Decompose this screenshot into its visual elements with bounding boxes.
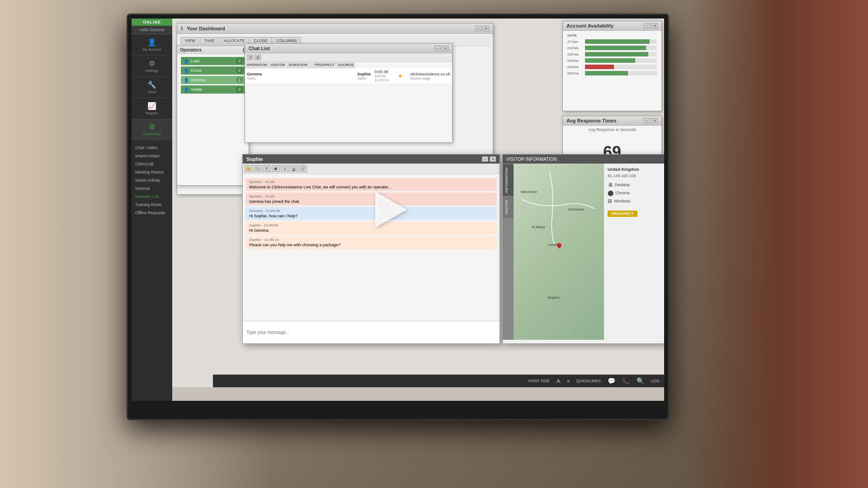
tech-label-chrome: Chrome (615, 191, 630, 195)
operator-icon-gemma: 👤 (184, 78, 189, 83)
sidebar-menu-training-room[interactable]: Training Room (132, 201, 172, 209)
sidebar-menu-general[interactable]: General (132, 184, 172, 192)
sidebar-label-tools: Tools (148, 90, 156, 94)
sidebar-menu-chat-video[interactable]: Chat / Video (132, 144, 172, 152)
font-size-large[interactable]: A (557, 378, 561, 385)
chat-input[interactable] (245, 323, 498, 342)
refresh-button[interactable]: ↺ (247, 55, 253, 60)
table-row[interactable]: Gemma Sales Sophie Sales 0:00:38 05/Feb … (245, 68, 452, 84)
sidebar-menu-operator-list[interactable]: Operator List (132, 192, 172, 201)
msg-label-visitor-1: sophie · 11:29:51 (249, 223, 493, 227)
col-prospect: PROSPECT (313, 62, 336, 68)
map-label-manchester: Manchester (521, 190, 538, 193)
operator-count-luke: 0 (236, 58, 242, 64)
bold-button[interactable]: B (272, 165, 280, 172)
operator-name-gemma: Gemma (191, 78, 236, 82)
view-button[interactable]: VIEW (181, 37, 199, 44)
operator-name-luke: Luke (191, 59, 236, 63)
format-button[interactable]: T (263, 165, 271, 172)
close-button[interactable]: ✕ (483, 26, 489, 31)
chat-activities: ★ (396, 68, 405, 84)
operator-row-yvette[interactable]: 👤 Yvette 0 (181, 85, 245, 94)
avg-close[interactable]: ✕ (651, 118, 658, 123)
search-icon[interactable]: 🔍 (637, 377, 644, 385)
chat-message-toolbar: 😊 📎 T B I U 🔗 (243, 164, 500, 174)
sidebar-item-reports[interactable]: 📈 Reports (132, 98, 172, 119)
visitor-tech-browser: ⬤ Chrome (608, 190, 664, 196)
avg-minimize[interactable]: ─ (644, 118, 650, 123)
operator-row-gemma[interactable]: 👤 Gemma 1 (181, 76, 245, 84)
visitor-tab[interactable]: VISITOR (503, 196, 514, 218)
map-label-brighton: Brighton (548, 296, 560, 299)
chat-list-minimize[interactable]: ─ (434, 46, 441, 51)
dashboard-titlebar: ℹ Your Dashboard ─ ✕ (177, 23, 493, 34)
operator-row-luke[interactable]: 👤 Luke 0 (181, 57, 245, 66)
dashboard-title: Your Dashboard (187, 26, 225, 31)
visitor-tech-os: ⊞ Windows (608, 198, 664, 204)
underline-button[interactable]: U (290, 165, 298, 172)
avail-minimize[interactable]: ─ (644, 23, 650, 28)
dashboard-info-icon: ℹ (181, 25, 183, 32)
minimize-button[interactable]: ─ (475, 26, 481, 31)
sidebar-item-tools[interactable]: 🔧 Tools (132, 77, 172, 98)
sidebar-item-dashboard[interactable]: 🖥 Dashboard (132, 119, 172, 140)
visitor-ip: 81.149.100.109 (608, 174, 664, 178)
italic-button[interactable]: I (281, 165, 289, 172)
sophie-window-title: Sophie (246, 156, 263, 162)
visitor-info-panel: VISITOR INFORMATION PRIMARY INFORMATION … (502, 154, 664, 344)
sidebar-label-reports: Reports (146, 111, 158, 115)
operators-panel-title: Operators (180, 47, 202, 52)
info-tab[interactable]: INFORMATION (503, 164, 514, 196)
tools-icon: 🔧 (147, 80, 156, 89)
link-button[interactable]: 🔗 (299, 165, 307, 172)
avail-close[interactable]: ✕ (651, 23, 658, 28)
sidebar-label-dashboard: Dashboard (143, 132, 160, 136)
avail-date-0: 27/Jan (567, 40, 583, 44)
msg-text-operator-1: Hi Sophie, how can I help? (249, 214, 493, 218)
avail-col-bar (583, 33, 657, 38)
sophie-minimize[interactable]: ─ (482, 156, 488, 162)
account-avail-title: Account Availability (566, 23, 613, 28)
operator-count-gemma: 1 (236, 77, 242, 83)
visitor-info-header: VISITOR INFORMATION PRIMARY (503, 155, 664, 164)
font-size-small[interactable]: a (567, 379, 569, 383)
sidebar-item-my-account[interactable]: 👤 My Account (132, 34, 172, 56)
prospect-badge: PROSPECT (608, 211, 637, 217)
avg-response-controls: ─ ✕ (644, 118, 658, 123)
avail-col-date: DATE (567, 33, 583, 38)
monitor: ONLINE Hello Gemma 👤 My Account ⚙ Settin… (127, 14, 669, 420)
tech-label-desktop: Desktop (615, 183, 630, 187)
col-operator: OPERATOR (245, 62, 269, 68)
sidebar-menu-smartcontact[interactable]: smartContact (132, 152, 172, 160)
status-badge: ONLINE (132, 19, 172, 26)
sidebar-item-settings[interactable]: ⚙ Settings (132, 56, 172, 77)
sidebar-menu-click2call[interactable]: Click2Call (132, 160, 172, 168)
sophie-close[interactable]: ✕ (490, 156, 496, 162)
take-button[interactable]: TAKE (200, 37, 219, 44)
msg-label-system-1: System - 11:25 (249, 180, 493, 184)
message-visitor-1: sophie · 11:29:51 Hi Gemma (245, 221, 497, 235)
message-operator-1: Gemma · 11:29:49 Hi Sophie, how can I he… (245, 207, 497, 220)
sidebar-menu-visitor-activity[interactable]: Visitor Activity (132, 176, 172, 184)
avail-bar-5 (585, 71, 628, 75)
chat-list-close[interactable]: ✕ (442, 46, 448, 51)
msg-text-system-2: Gemma has joined the chat. (249, 199, 493, 204)
avail-bar-0 (585, 39, 650, 44)
chat-icon[interactable]: 💬 (608, 377, 615, 385)
visitor-tech-desktop: 🖥 Desktop (608, 182, 664, 188)
avg-response-titlebar: Avg Response Times ─ ✕ (563, 116, 661, 126)
chat-input-area (243, 321, 500, 343)
emoji-button[interactable]: 😊 (245, 165, 253, 172)
avail-row-5: 05/Feb (565, 70, 660, 76)
attach-button[interactable]: 📎 (254, 165, 262, 172)
sidebar-menu-meeting-rooms[interactable]: Meeting Rooms (132, 168, 172, 176)
avail-row-2: 02/Feb (565, 51, 660, 57)
sidebar-menu-offline-requests[interactable]: Offline Requests (132, 209, 172, 217)
operator-icon-yvette: 👤 (184, 87, 189, 92)
operator-row-conor[interactable]: 👤 Conor 0 (181, 66, 245, 75)
log-label: LOG (651, 379, 660, 383)
settings-chat-button[interactable]: ⚙ (255, 55, 261, 60)
avail-date-3: 03/Feb (567, 59, 583, 63)
phone-icon[interactable]: 📞 (622, 377, 630, 385)
sidebar-label-my-account: My Account (142, 47, 161, 52)
